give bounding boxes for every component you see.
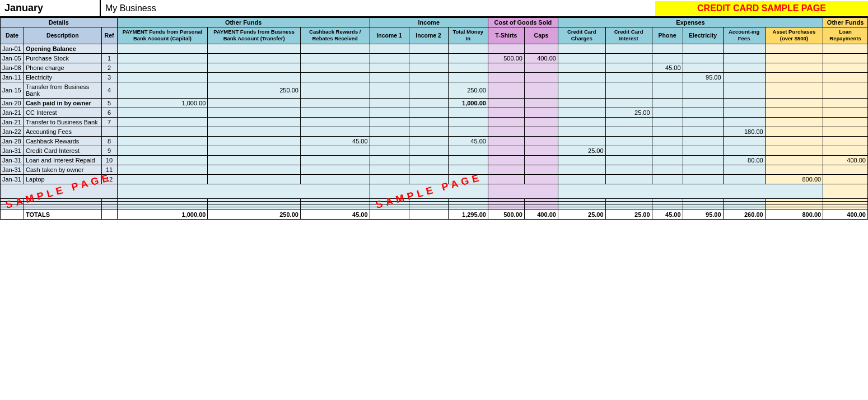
table-cell xyxy=(409,146,448,155)
table-cell: 500.00 xyxy=(488,53,524,63)
table-cell xyxy=(524,165,558,174)
col-total-money-in: Total Money In xyxy=(448,27,488,44)
table-row: Jan-31Laptop12800.00 xyxy=(1,174,868,184)
table-cell xyxy=(300,127,370,136)
table-cell xyxy=(823,117,868,127)
table-cell xyxy=(723,136,765,146)
table-cell xyxy=(117,146,208,155)
table-cell: Jan-31 xyxy=(1,155,24,165)
table-cell xyxy=(723,174,765,184)
table-cell xyxy=(409,108,448,117)
table-cell xyxy=(524,117,558,127)
table-cell: Credit Card Interest xyxy=(24,146,102,155)
table-cell xyxy=(605,72,652,82)
table-cell xyxy=(370,127,409,136)
table-cell: Jan-20 xyxy=(1,98,24,108)
table-cell: 800.00 xyxy=(765,174,823,184)
totals-accounting-fees: 260.00 xyxy=(723,210,765,219)
table-cell xyxy=(605,98,652,108)
table-cell xyxy=(652,108,683,117)
table-cell xyxy=(208,155,301,165)
table-cell xyxy=(300,165,370,174)
table-cell: 250.00 xyxy=(448,82,488,98)
table-cell xyxy=(723,44,765,53)
table-cell xyxy=(488,63,524,72)
table-cell xyxy=(409,127,448,136)
table-cell xyxy=(558,136,605,146)
table-cell xyxy=(117,136,208,146)
table-cell: Purchase Stock xyxy=(24,53,102,63)
table-cell xyxy=(652,127,683,136)
table-cell xyxy=(765,146,823,155)
table-row: Jan-21Transfer to Business Bank7 xyxy=(1,117,868,127)
table-cell xyxy=(652,117,683,127)
table-cell xyxy=(765,72,823,82)
table-cell xyxy=(370,117,409,127)
table-cell xyxy=(652,146,683,155)
table-cell xyxy=(370,174,409,184)
table-cell xyxy=(300,146,370,155)
table-row: Jan-01Opening Balance xyxy=(1,44,868,53)
table-cell xyxy=(370,136,409,146)
table-cell xyxy=(823,165,868,174)
table-cell xyxy=(488,165,524,174)
table-cell xyxy=(448,165,488,174)
table-cell xyxy=(558,165,605,174)
table-cell xyxy=(208,63,301,72)
table-cell xyxy=(524,72,558,82)
table-cell xyxy=(765,82,823,98)
table-cell: 5 xyxy=(101,98,117,108)
table-cell xyxy=(488,136,524,146)
grp-details: Details xyxy=(1,18,118,27)
table-cell xyxy=(488,155,524,165)
table-cell xyxy=(524,174,558,184)
totals-date xyxy=(1,210,24,219)
table-cell xyxy=(683,127,723,136)
table-cell: Jan-01 xyxy=(1,44,24,53)
table-cell xyxy=(409,82,448,98)
table-cell xyxy=(208,174,301,184)
table-cell xyxy=(652,136,683,146)
table-cell: Jan-31 xyxy=(1,174,24,184)
table-cell xyxy=(765,136,823,146)
totals-label: TOTALS xyxy=(24,210,102,219)
table-cell xyxy=(605,44,652,53)
table-cell xyxy=(488,98,524,108)
table-cell xyxy=(409,98,448,108)
table-cell: 10 xyxy=(101,155,117,165)
table-cell xyxy=(723,108,765,117)
table-cell xyxy=(300,82,370,98)
table-row: Jan-11Electricity395.00 xyxy=(1,72,868,82)
table-row: Jan-28Cashback Rewards845.0045.00 xyxy=(1,136,868,146)
table-cell xyxy=(448,146,488,155)
grp-other-funds2: Other Funds xyxy=(823,18,868,27)
table-cell xyxy=(723,53,765,63)
col-date: Date xyxy=(1,27,24,44)
table-cell xyxy=(448,44,488,53)
table-cell xyxy=(823,108,868,117)
table-cell xyxy=(683,44,723,53)
totals-payment-personal: 1,000.00 xyxy=(117,210,208,219)
table-cell xyxy=(683,136,723,146)
table-cell: Jan-22 xyxy=(1,127,24,136)
table-cell xyxy=(765,44,823,53)
table-cell xyxy=(409,44,448,53)
table-cell xyxy=(370,72,409,82)
grp-cogs: Cost of Goods Sold xyxy=(488,18,558,27)
table-cell xyxy=(652,82,683,98)
table-cell xyxy=(370,63,409,72)
table-cell xyxy=(117,155,208,165)
table-row: Jan-31Cash taken by owner11 xyxy=(1,165,868,174)
table-cell xyxy=(448,117,488,127)
table-cell xyxy=(370,155,409,165)
table-cell xyxy=(558,98,605,108)
col-income2: Income 2 xyxy=(409,27,448,44)
table-cell xyxy=(605,174,652,184)
table-cell xyxy=(448,63,488,72)
table-cell xyxy=(117,174,208,184)
table-cell xyxy=(765,53,823,63)
table-cell xyxy=(558,82,605,98)
table-cell xyxy=(652,44,683,53)
table-cell xyxy=(605,127,652,136)
table-row: Jan-31Loan and Interest Repaid1080.00400… xyxy=(1,155,868,165)
